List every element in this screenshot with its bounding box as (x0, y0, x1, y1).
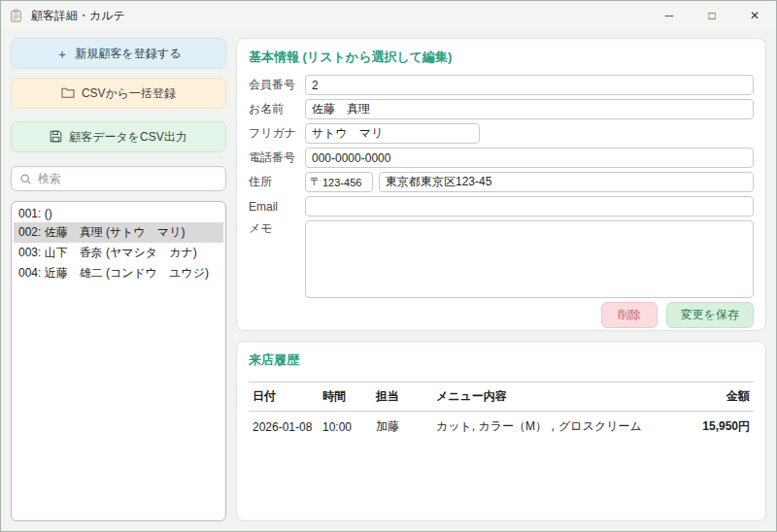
csv-export-button[interactable]: 顧客データをCSV出力 (11, 121, 226, 152)
close-button[interactable]: ✕ (733, 1, 776, 30)
plus-icon: ＋ (56, 48, 69, 60)
member-no-row: 会員番号 (249, 75, 754, 95)
email-label: Email (249, 200, 305, 214)
col-staff: 担当 (372, 382, 432, 412)
memo-label: メモ (249, 220, 305, 237)
cell-time: 10:00 (319, 412, 372, 443)
col-date: 日付 (249, 382, 319, 412)
list-item[interactable]: 001: () (14, 205, 223, 222)
furigana-row: フリガナ (249, 123, 754, 144)
register-new-customer-button[interactable]: ＋ 新規顧客を登録する (11, 38, 226, 69)
name-label: お名前 (249, 101, 305, 117)
basic-info-panel: 基本情報 (リストから選択して編集) 会員番号 お名前 フリガナ 電話番号 (236, 38, 766, 331)
memo-input[interactable] (305, 220, 754, 298)
app-icon (9, 8, 24, 23)
table-row[interactable]: 2026-01-08 10:00 加藤 カット, カラー（M），グロスクリーム … (249, 412, 754, 443)
list-item[interactable]: 003: 山下 香奈 (ヤマシタ カナ) (14, 243, 223, 263)
content-area: ＋ 新規顧客を登録する CSVから一括登録 (1, 30, 776, 531)
window-title: 顧客詳細・カルテ (31, 8, 125, 24)
basic-info-actions: 削除 変更を保存 (249, 302, 754, 328)
name-input[interactable] (305, 99, 754, 119)
memo-row: メモ (249, 220, 754, 298)
customer-list: 001: () 002: 佐藤 真理 (サトウ マリ) 003: 山下 香奈 (… (11, 201, 226, 521)
email-input[interactable] (305, 196, 754, 216)
main-area: 基本情報 (リストから選択して編集) 会員番号 お名前 フリガナ 電話番号 (236, 38, 766, 521)
basic-info-title: 基本情報 (リストから選択して編集) (249, 49, 754, 66)
address-label: 住所 (249, 174, 305, 190)
maximize-button[interactable]: □ (691, 1, 733, 30)
table-header-row: 日付 時間 担当 メニュー内容 金額 (249, 382, 754, 412)
minimize-button[interactable]: ─ (648, 1, 691, 30)
cell-staff: 加藤 (372, 412, 432, 443)
search-box (11, 166, 226, 191)
list-item[interactable]: 004: 近藤 雄二 (コンドウ ユウジ) (14, 263, 223, 283)
save-button[interactable]: 変更を保存 (666, 302, 754, 328)
address-input[interactable] (379, 172, 754, 192)
register-new-customer-label: 新規顧客を登録する (76, 46, 182, 62)
titlebar: 顧客詳細・カルテ ─ □ ✕ (1, 1, 776, 30)
cell-date: 2026-01-08 (249, 412, 319, 443)
save-icon (50, 130, 62, 145)
csv-import-button[interactable]: CSVから一括登録 (11, 78, 226, 109)
postal-mark: 〒 (310, 175, 321, 189)
window-controls: ─ □ ✕ (648, 1, 776, 30)
search-input[interactable] (38, 172, 218, 185)
app-window: 顧客詳細・カルテ ─ □ ✕ ＋ 新規顧客を登録する CSVから一括登録 (0, 0, 777, 532)
folder-icon (61, 86, 75, 100)
visit-history-panel: 来店履歴 日付 時間 担当 メニュー内容 金額 (236, 341, 766, 521)
col-time: 時間 (319, 382, 372, 412)
col-amount: 金額 (647, 382, 754, 412)
postal-code-box: 〒 (305, 172, 373, 192)
csv-import-label: CSVから一括登録 (82, 85, 176, 102)
visit-history-title: 来店履歴 (249, 351, 754, 369)
search-icon (19, 173, 32, 185)
col-menu: メニュー内容 (432, 382, 647, 412)
visit-history-table: 日付 時間 担当 メニュー内容 金額 2026-01-08 10:00 加藤 カ (249, 382, 754, 442)
cell-amount: 15,950円 (647, 412, 754, 443)
member-no-input[interactable] (305, 75, 754, 95)
cell-menu: カット, カラー（M），グロスクリーム (432, 412, 647, 443)
postal-code-input[interactable] (322, 177, 368, 188)
address-row: 住所 〒 (249, 172, 754, 192)
delete-button[interactable]: 削除 (601, 302, 658, 328)
member-no-label: 会員番号 (249, 77, 305, 93)
phone-label: 電話番号 (249, 150, 305, 166)
phone-row: 電話番号 (249, 148, 754, 168)
csv-export-label: 顧客データをCSV出力 (69, 129, 187, 146)
email-row: Email (249, 196, 754, 216)
phone-input[interactable] (305, 148, 754, 168)
sidebar: ＋ 新規顧客を登録する CSVから一括登録 (11, 38, 226, 521)
list-item-selected[interactable]: 002: 佐藤 真理 (サトウ マリ) (14, 222, 223, 243)
name-row: お名前 (249, 99, 754, 119)
furigana-input[interactable] (305, 123, 480, 144)
furigana-label: フリガナ (249, 125, 305, 142)
